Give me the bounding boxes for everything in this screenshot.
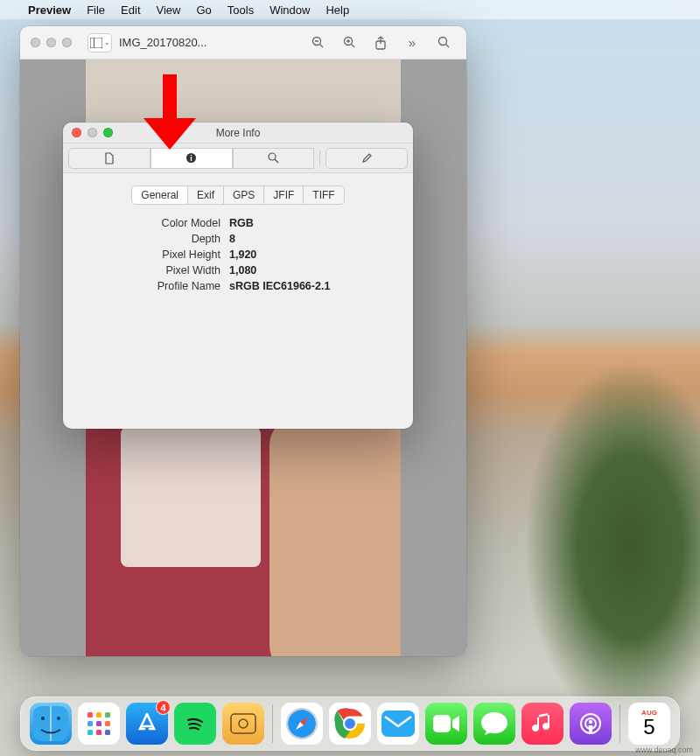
svg-rect-20 [88,712,93,718]
calendar-day: 5 [643,717,654,738]
dock-finder[interactable] [30,703,72,745]
window-title: IMG_20170820... [119,36,206,49]
subtab-exif[interactable]: Exif [188,186,224,205]
svg-rect-23 [88,721,93,726]
menu-file[interactable]: File [87,4,105,17]
menu-window[interactable]: Window [270,4,310,17]
zoom-button[interactable] [62,38,72,47]
value-depth: 8 [229,233,396,245]
menubar-app-name[interactable]: Preview [28,4,71,17]
svg-point-15 [269,153,276,160]
menu-edit[interactable]: Edit [121,4,140,17]
dock-podcasts[interactable] [570,703,612,745]
dock-facetime[interactable] [425,703,467,745]
menu-view[interactable]: View [157,4,181,17]
svg-point-19 [57,717,60,720]
dock: 4 AUG 5 [20,696,680,751]
value-pixel-height: 1,920 [229,248,396,261]
dock-music[interactable] [522,703,564,745]
svg-point-18 [41,717,45,720]
svg-rect-40 [433,715,451,732]
dock-messages[interactable] [473,703,515,745]
svg-rect-39 [382,710,415,737]
search-icon[interactable] [431,32,456,53]
label-pixel-height: Pixel Height [80,248,220,261]
info-window-title: More Info [63,127,413,139]
dock-separator [620,704,620,743]
svg-rect-27 [96,730,102,735]
toolbar-separator [319,150,320,166]
share-icon[interactable] [368,32,393,53]
menu-help[interactable]: Help [326,4,349,17]
appstore-badge: 4 [156,700,171,715]
info-subtabs: General Exif GPS JFIF TIFF [63,173,413,214]
overflow-icon[interactable]: » [400,32,424,53]
preview-titlebar[interactable]: ⌄ IMG_20170820... » [20,26,466,60]
svg-rect-24 [96,721,102,726]
svg-rect-30 [231,714,256,733]
svg-line-16 [275,159,278,163]
sidebar-toggle-button[interactable]: ⌄ [88,33,112,52]
watermark: www.deuaq.com [635,746,693,754]
svg-rect-22 [105,712,110,718]
value-pixel-width: 1,080 [229,264,396,276]
menubar: Preview File Edit View Go Tools Window H… [0,0,700,19]
label-depth: Depth [80,233,220,245]
dock-appstore[interactable]: 4 [126,703,168,745]
dock-mail[interactable] [377,703,419,745]
svg-line-12 [445,45,449,48]
zoom-out-icon[interactable] [305,32,330,53]
svg-point-43 [589,720,592,724]
annotation-arrow [144,74,196,153]
info-tab-keywords[interactable] [233,148,315,169]
svg-rect-26 [88,730,93,735]
svg-line-6 [351,45,354,48]
svg-point-31 [239,719,248,728]
subtab-gps[interactable]: GPS [224,186,264,205]
more-info-window: More Info i General Exif GPS JFIF TIFF C… [63,122,413,429]
menu-go[interactable]: Go [196,4,211,17]
dock-calendar[interactable]: AUG 5 [628,703,670,745]
dock-safari[interactable] [281,703,323,745]
value-profile-name: sRGB IEC61966-2.1 [229,280,396,292]
label-profile-name: Profile Name [80,280,220,292]
close-button[interactable] [31,38,40,47]
dock-separator [272,704,273,743]
svg-rect-28 [105,730,110,735]
minimize-button[interactable] [46,38,56,47]
info-titlebar[interactable]: More Info [63,122,413,144]
menu-tools[interactable]: Tools [228,4,254,17]
svg-rect-21 [96,712,102,718]
svg-point-11 [438,38,446,46]
subtab-jfif[interactable]: JFIF [264,186,304,205]
label-pixel-width: Pixel Width [80,264,220,276]
svg-line-3 [319,45,323,48]
subtab-general[interactable]: General [131,186,188,205]
svg-rect-25 [105,721,110,726]
dock-spotify[interactable] [174,703,216,745]
subtab-tiff[interactable]: TIFF [304,186,344,205]
zoom-in-icon[interactable] [337,32,361,53]
info-tab-file[interactable] [68,148,150,169]
info-properties: Color Model RGB Depth 8 Pixel Height 1,9… [63,214,413,296]
svg-rect-0 [90,38,102,48]
dock-launchpad[interactable] [78,703,120,745]
svg-text:i: i [190,154,192,163]
label-color-model: Color Model [80,217,220,229]
info-tab-annotate[interactable] [326,148,408,169]
info-toolbar: i [63,144,413,173]
value-color-model: RGB [229,217,396,229]
dock-chrome[interactable] [329,703,371,745]
dock-screenshot[interactable] [222,703,264,745]
